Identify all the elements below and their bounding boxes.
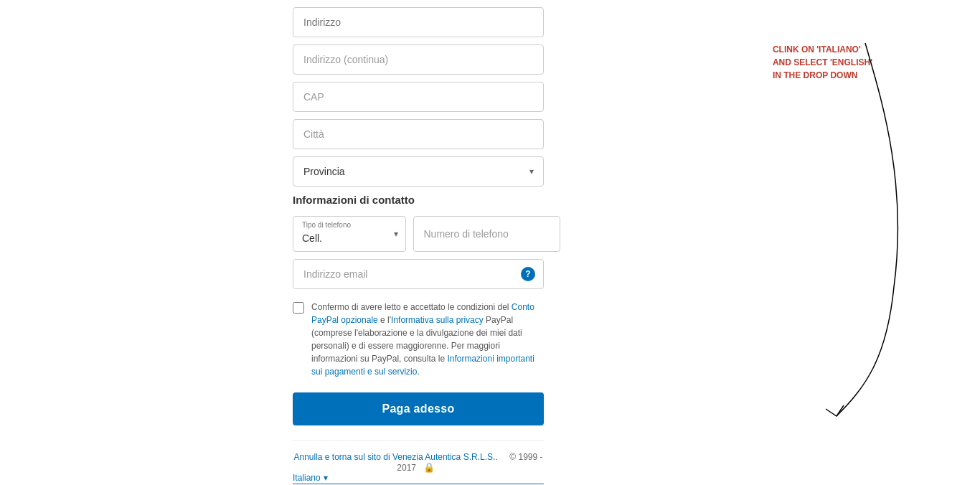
phone-number-input[interactable] — [413, 216, 560, 252]
annotation-arrow — [722, 36, 923, 438]
provincia-select[interactable]: Provincia — [293, 156, 544, 187]
language-chevron-icon: ▾ — [324, 473, 328, 483]
contact-section-title: Informazioni di contatto — [293, 194, 544, 206]
terms-label: Confermo di avere letto e accettato le c… — [311, 301, 544, 378]
annotation-overlay: CLINK ON 'ITALIANO' AND SELECT 'ENGLISH'… — [773, 43, 872, 82]
phone-type-wrapper: Tipo di telefono Cell. ▾ — [293, 216, 406, 252]
lock-icon: 🔒 — [423, 462, 435, 473]
phone-type-value: Cell. — [302, 232, 397, 244]
provincia-wrapper: Provincia ▾ — [293, 156, 544, 187]
page-wrapper: CLINK ON 'ITALIANO' AND SELECT 'ENGLISH'… — [0, 0, 980, 485]
phone-row: Tipo di telefono Cell. ▾ — [293, 216, 544, 252]
language-selector[interactable]: Italiano ▾ — [293, 473, 544, 484]
footer-links: Annulla e torna sul sito di Venezia Aute… — [293, 452, 544, 484]
cap-input[interactable] — [293, 82, 544, 112]
email-wrapper: ? — [293, 259, 544, 289]
terms-checkbox[interactable] — [293, 302, 304, 314]
language-label: Italiano — [293, 473, 321, 483]
indirizzo-top-input[interactable] — [293, 7, 544, 37]
cancel-link[interactable]: Annulla e torna sul sito di Venezia Aute… — [293, 452, 497, 462]
terms-checkbox-row: Confermo di avere letto e accettato le c… — [293, 301, 544, 378]
annotation-text: CLINK ON 'ITALIANO' AND SELECT 'ENGLISH'… — [773, 43, 872, 82]
indirizzo-continua-input[interactable] — [293, 44, 544, 75]
phone-type-select-box[interactable]: Tipo di telefono Cell. ▾ — [293, 216, 406, 252]
phone-type-chevron-icon: ▾ — [394, 229, 398, 239]
form-container: Provincia ▾ Informazioni di contatto Tip… — [278, 0, 558, 485]
email-input[interactable] — [293, 259, 544, 289]
citta-input[interactable] — [293, 119, 544, 149]
footer: Annulla e torna sul sito di Venezia Aute… — [293, 440, 544, 485]
privacy-link[interactable]: Informativa sulla privacy — [391, 315, 484, 325]
phone-type-label: Tipo di telefono — [302, 221, 351, 229]
pay-now-button[interactable]: Paga adesso — [293, 392, 544, 425]
email-help-icon[interactable]: ? — [521, 267, 535, 281]
